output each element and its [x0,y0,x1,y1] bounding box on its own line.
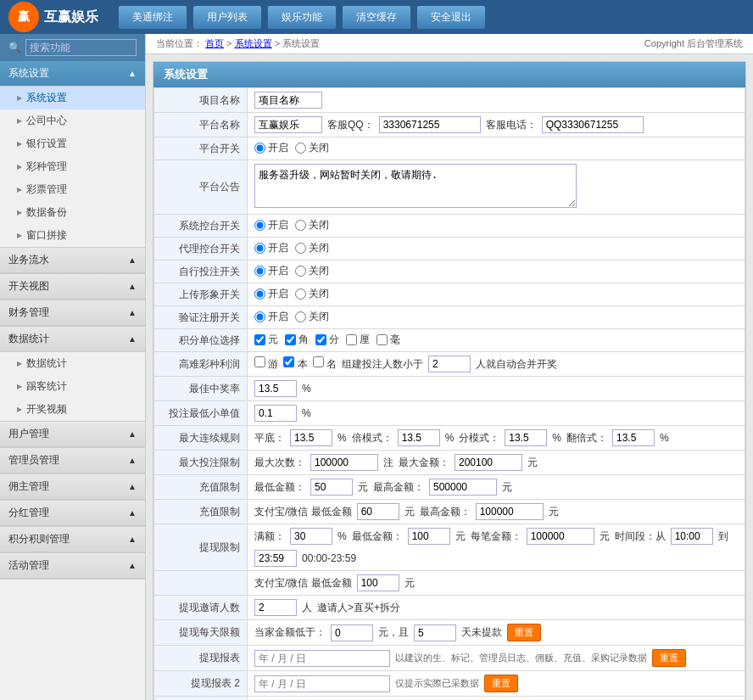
radio-upload-off[interactable] [295,288,306,300]
arrow-icon-finance: ▲ [128,308,137,317]
cb-fen[interactable] [315,334,326,345]
input-withdraw-min[interactable] [290,528,332,545]
sidebar-section-title-stats[interactable]: 数据统计 ▲ [0,327,145,352]
max-win-unit: % [302,383,311,395]
nav-btn-meiling[interactable]: 美通绑注 [118,5,187,30]
radio-login-off[interactable] [295,311,306,322]
nav-btn-logout[interactable]: 安全退出 [416,5,486,30]
sidebar-item-system-settings[interactable]: 系统设置 [0,87,145,109]
sidebar-item-company[interactable]: 公司中心 [0,109,145,132]
cb-ben[interactable] [283,356,294,367]
cell-platform-name: 客服QQ： 客服电话： [248,113,745,137]
sidebar-section-title-biz[interactable]: 业务流水 ▲ [0,248,145,273]
btn-log2-reset[interactable]: 重置 [484,675,518,692]
radio-agent-on[interactable] [254,243,265,254]
input-withdraw-day-val2[interactable] [414,624,456,641]
input-min-bet[interactable] [254,405,297,422]
breadcrumb-home[interactable]: 首页 [205,38,224,48]
input-withdraw-single-max[interactable] [527,528,594,545]
radio-self-on[interactable] [254,266,265,277]
sidebar-item-lottery-manage[interactable]: 彩票管理 [0,178,145,201]
sidebar-section-title-system[interactable]: 系统设置 ▲ [0,61,145,87]
breadcrumb-system[interactable]: 系统设置 [235,38,272,48]
input-withdraw-single-min[interactable] [408,528,450,545]
input-withdraw-time-from[interactable] [671,528,713,545]
sidebar-section-title-activity[interactable]: 活动管理 ▲ [0,553,145,579]
radio-platform-on[interactable] [254,143,265,154]
sidebar-section-title-user[interactable]: 用户管理 ▲ [0,422,145,447]
input-site-name[interactable] [254,92,322,109]
radio-self-off[interactable] [295,266,306,277]
sidebar-section-title-switch[interactable]: 开关视图 ▲ [0,274,145,300]
row-bonus: 赠送活动 最近注册的新工厂运 元 每天送充金礼包 元；如果为0则关闭送给 [154,697,745,701]
input-promo-pay-min[interactable] [357,503,399,520]
arrow-icon-admin: ▲ [128,456,137,465]
withdraw-min-label: 满额： [254,529,285,544]
sidebar-section-title-dividend[interactable]: 分红管理 ▲ [0,501,145,526]
cb-ming[interactable] [313,356,324,367]
sidebar-section-title-agent[interactable]: 佣主管理 ▲ [0,474,145,500]
sidebar-item-lottery-type[interactable]: 彩种管理 [0,155,145,178]
cb-hao[interactable] [376,334,388,345]
input-max-bet-4[interactable] [612,429,655,446]
label-site-name: 项目名称 [154,88,248,113]
input-single-min[interactable] [310,479,353,496]
cb-jiao[interactable] [285,334,296,345]
input-max-plan-amount[interactable] [455,454,522,471]
radio-platform-off[interactable] [295,143,306,154]
row-site-name: 项目名称 [154,88,745,113]
textarea-platform-notice[interactable]: 服务器升级，网站暂时关闭，敬请期待. [254,164,577,208]
cell-upload-switch: 开启 关闭 [248,283,745,306]
btn-log-reset[interactable]: 重置 [652,649,686,667]
nav-btn-entertainment[interactable]: 娱乐功能 [267,5,337,30]
sidebar-item-kick-stats[interactable]: 踢客统计 [0,375,145,398]
input-withdraw-pay[interactable] [357,574,399,591]
input-qq[interactable] [379,116,481,133]
cb-you[interactable] [254,356,265,367]
label-platform-notice: 平台公告 [154,160,248,215]
radio-login-on[interactable] [254,311,265,322]
radio-agent-off[interactable] [295,243,306,254]
cb-li[interactable] [346,334,357,345]
single-max-label: 最高金额： [373,480,424,495]
input-withdraw-day-val1[interactable] [331,624,373,641]
settings-form: 项目名称 平台名称 客服QQ： 客服电话 [153,87,745,700]
input-withdraw-time-to[interactable] [254,550,297,567]
row-withdraw-day: 提现每天限额 当家金额低于： 元，且 天未提款 重置 [154,620,745,646]
logo: 赢 互赢娱乐 [8,2,98,32]
sidebar-section-title-admin[interactable]: 管理员管理 ▲ [0,448,145,473]
input-max-win[interactable] [254,380,297,397]
input-platform-name[interactable] [254,116,322,133]
input-tel[interactable] [542,116,644,133]
input-max-plan-count[interactable] [310,454,378,471]
sidebar-section-switch: 开关视图 ▲ [0,274,145,300]
input-log2-date[interactable] [254,675,390,692]
input-single-max[interactable] [429,479,497,496]
arrow-icon-user: ▲ [128,429,137,439]
sidebar-item-lottery-video[interactable]: 开奖视频 [0,398,145,421]
radio-upload-on[interactable] [254,288,265,300]
sidebar-search-input[interactable] [25,39,137,56]
sidebar-item-window[interactable]: 窗口拼接 [0,224,145,247]
label-withdraw: 提现限制 [154,524,248,571]
sidebar-section-title-finance[interactable]: 财务管理 ▲ [0,300,145,326]
sidebar-item-bank[interactable]: 银行设置 [0,132,145,155]
nav-btn-userlist[interactable]: 用户列表 [192,5,262,30]
btn-withdraw-day-reset[interactable]: 重置 [507,624,541,641]
sidebar-item-data-backup[interactable]: 数据备份 [0,201,145,224]
row-single: 充值限制 最低金额： 元 最高金额： 元 [154,475,745,500]
sidebar-item-data-stats[interactable]: 数据统计 [0,352,145,375]
radio-sys-off[interactable] [295,220,306,231]
input-max-bet-1[interactable] [290,429,332,446]
cb-yuan[interactable] [254,334,265,345]
input-game-count[interactable] [428,356,471,372]
input-withdraw-invite[interactable] [254,599,297,616]
radio-sys-on[interactable] [254,220,265,231]
input-max-bet-3[interactable] [505,429,547,446]
max-bet-mode3: 分模式： [459,431,499,445]
input-promo-pay-max[interactable] [476,503,544,520]
sidebar-section-title-points[interactable]: 积分积则管理 ▲ [0,527,145,552]
nav-btn-clear-cache[interactable]: 清空缓存 [342,5,411,30]
input-max-bet-2[interactable] [398,429,440,446]
input-log-date[interactable] [254,650,390,667]
